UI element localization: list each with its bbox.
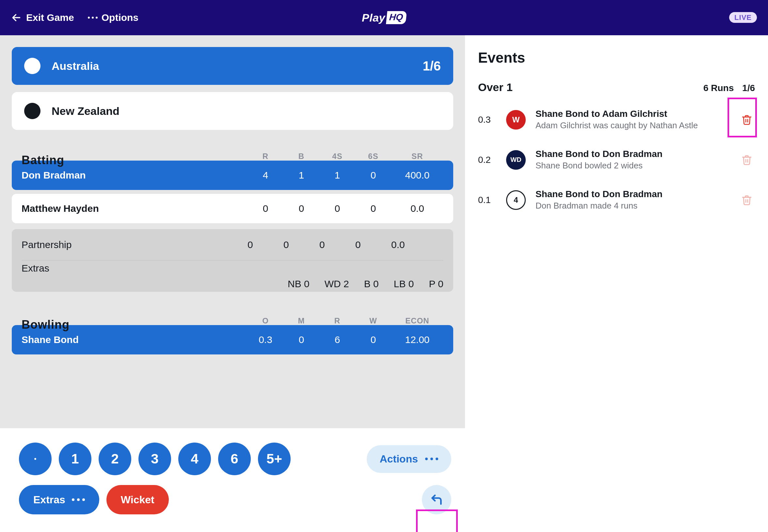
- partnership-r: 0: [247, 239, 283, 250]
- event-row: 0.2WDShane Bond to Don BradmanShane Bond…: [478, 140, 755, 180]
- over-score: 1/6: [742, 83, 755, 93]
- batter-sr: 400.0: [391, 170, 444, 181]
- batter-r: 4: [247, 170, 283, 181]
- event-over: 0.3: [478, 115, 496, 125]
- col-r2: R: [319, 316, 355, 325]
- extras-label: Extras: [22, 263, 444, 274]
- batter-6s: 0: [355, 203, 391, 214]
- event-row: 0.3WShane Bond to Adam GilchristAdam Gil…: [478, 100, 755, 140]
- batting-row[interactable]: Matthew Hayden00000.0: [12, 194, 453, 223]
- partnership-b: 0: [283, 239, 319, 250]
- events-pane: Events Over 1 6 Runs 1/6 0.3WShane Bond …: [465, 35, 768, 532]
- bowling-header-row: Bowling O M R W ECON: [12, 308, 453, 321]
- event-badge: WD: [506, 150, 526, 170]
- batting-header-row: Batting R B 4S 6S SR: [12, 144, 453, 157]
- col-o: O: [247, 316, 283, 325]
- batter-name: Don Bradman: [22, 170, 247, 181]
- live-badge: LIVE: [729, 12, 757, 23]
- batter-name: Matthew Hayden: [22, 203, 247, 214]
- over-label: Over 1: [478, 81, 513, 94]
- over-header: Over 1 6 Runs 1/6: [478, 81, 755, 94]
- batter-4s: 1: [319, 170, 355, 181]
- extras-nb: NB 0: [288, 278, 309, 289]
- team-color-dot: [24, 58, 40, 74]
- undo-button[interactable]: [422, 485, 451, 514]
- actions-label: Actions: [380, 453, 418, 465]
- team-row-inactive[interactable]: New Zealand: [12, 92, 453, 130]
- bowler-o: 0.3: [247, 334, 283, 345]
- run-button-dot[interactable]: •: [19, 443, 52, 475]
- extras-p: P 0: [429, 278, 444, 289]
- logo-hq-text: HQ: [386, 11, 407, 24]
- dots-icon: [72, 498, 85, 501]
- event-desc: Shane Bond bowled 2 wides: [536, 161, 729, 171]
- bowler-r: 6: [319, 334, 355, 345]
- extras-row: Extras NB 0 WD 2 B 0 LB 0 P 0: [22, 260, 444, 292]
- batter-r: 0: [247, 203, 283, 214]
- logo-play-text: Play: [362, 11, 385, 24]
- events-heading: Events: [478, 50, 755, 66]
- extras-b: B 0: [364, 278, 379, 289]
- topbar: Exit Game Options Play HQ LIVE: [0, 0, 768, 35]
- event-title: Shane Bond to Don Bradman: [536, 149, 729, 159]
- partnership-sr: 0.0: [391, 239, 444, 250]
- wicket-button[interactable]: Wicket: [106, 485, 169, 514]
- team-score: 1/6: [423, 59, 441, 73]
- undo-icon: [430, 493, 443, 506]
- partnership-4s: 0: [319, 239, 355, 250]
- wicket-button-label: Wicket: [121, 494, 154, 506]
- over-runs: 6 Runs: [703, 83, 734, 93]
- event-desc: Don Bradman made 4 runs: [536, 201, 729, 211]
- col-r: R: [247, 152, 283, 161]
- bowler-m: 0: [283, 334, 319, 345]
- col-6s: 6S: [355, 152, 391, 161]
- delete-event-button[interactable]: [739, 192, 755, 208]
- run-button-3[interactable]: 3: [138, 443, 171, 475]
- action-bar: •123465+Actions Extras Wicket: [0, 428, 465, 532]
- event-title: Shane Bond to Don Bradman: [536, 189, 729, 199]
- event-badge: 4: [506, 190, 526, 210]
- trash-icon: [741, 195, 752, 206]
- event-desc: Adam Gilchrist was caught by Nathan Astl…: [536, 120, 729, 131]
- bowling-heading: Bowling: [22, 318, 247, 332]
- batter-sr: 0.0: [391, 203, 444, 214]
- extras-button-label: Extras: [33, 494, 65, 506]
- delete-event-button[interactable]: [739, 112, 755, 128]
- run-button-6[interactable]: 6: [218, 443, 251, 475]
- exit-game-button[interactable]: Exit Game: [11, 12, 74, 23]
- event-over: 0.2: [478, 155, 496, 165]
- dots-icon: [425, 458, 438, 460]
- bowler-econ: 12.00: [391, 334, 444, 345]
- run-button-2[interactable]: 2: [99, 443, 131, 475]
- options-button[interactable]: Options: [88, 12, 138, 23]
- run-button-4[interactable]: 4: [178, 443, 211, 475]
- col-econ: ECON: [391, 316, 444, 325]
- bowler-name: Shane Bond: [22, 334, 247, 345]
- team-name: New Zealand: [52, 105, 119, 117]
- team-color-dot: [24, 103, 40, 119]
- batter-b: 1: [283, 170, 319, 181]
- delete-event-button[interactable]: [739, 152, 755, 168]
- exit-game-label: Exit Game: [26, 12, 74, 23]
- partnership-6s: 0: [355, 239, 391, 250]
- col-4s: 4S: [319, 152, 355, 161]
- event-badge: W: [506, 110, 526, 130]
- team-row-active[interactable]: Australia 1/6: [12, 47, 453, 85]
- batter-b: 0: [283, 203, 319, 214]
- trash-icon: [741, 154, 752, 165]
- batting-heading: Batting: [22, 153, 247, 167]
- app-logo: Play HQ: [362, 11, 406, 24]
- team-name: Australia: [52, 60, 99, 72]
- event-over: 0.1: [478, 195, 496, 205]
- extras-lb: LB 0: [394, 278, 414, 289]
- event-row: 0.14Shane Bond to Don BradmanDon Bradman…: [478, 180, 755, 220]
- run-button-1[interactable]: 1: [59, 443, 91, 475]
- col-w: W: [355, 316, 391, 325]
- partnership-label: Partnership: [22, 239, 247, 250]
- extras-button[interactable]: Extras: [19, 485, 99, 514]
- ball-actions-button[interactable]: Actions: [367, 445, 451, 473]
- run-button-5+[interactable]: 5+: [258, 443, 290, 475]
- arrow-left-icon: [11, 12, 22, 23]
- trash-icon: [741, 114, 752, 125]
- scoreboard-pane: Australia 1/6 New Zealand Batting R B 4S…: [0, 35, 465, 532]
